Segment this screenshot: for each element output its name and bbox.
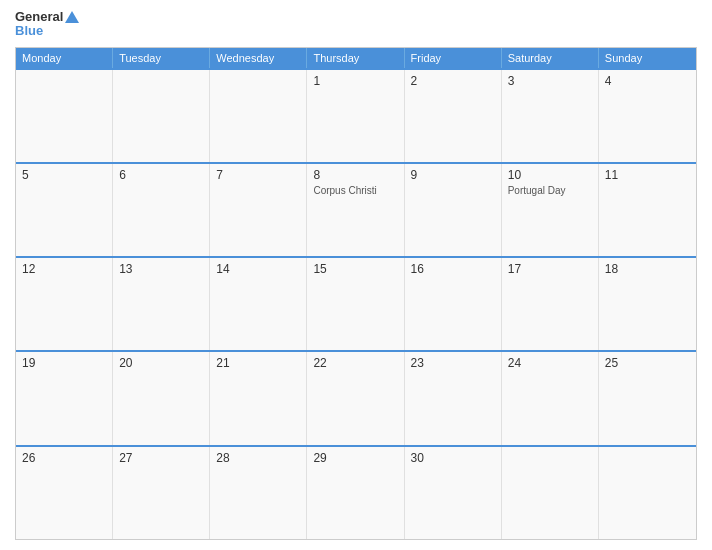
logo-triangle-icon [65, 11, 79, 23]
day-header: Tuesday [113, 48, 210, 68]
day-number: 30 [411, 451, 495, 465]
day-number: 12 [22, 262, 106, 276]
day-cell: 30 [405, 447, 502, 539]
calendar: MondayTuesdayWednesdayThursdayFridaySatu… [15, 47, 697, 540]
logo: General Blue [15, 10, 79, 39]
week-row: 2627282930 [16, 445, 696, 539]
day-cell [210, 70, 307, 162]
day-number: 27 [119, 451, 203, 465]
day-number: 26 [22, 451, 106, 465]
day-cell: 20 [113, 352, 210, 444]
day-number: 28 [216, 451, 300, 465]
day-number: 29 [313, 451, 397, 465]
day-number: 18 [605, 262, 690, 276]
day-number: 15 [313, 262, 397, 276]
day-cell: 16 [405, 258, 502, 350]
day-cell [16, 70, 113, 162]
day-number: 13 [119, 262, 203, 276]
event-label: Portugal Day [508, 184, 592, 197]
weeks-container: 12345678Corpus Christi910Portugal Day111… [16, 68, 696, 539]
day-cell: 25 [599, 352, 696, 444]
day-number: 2 [411, 74, 495, 88]
day-cell: 9 [405, 164, 502, 256]
day-number: 21 [216, 356, 300, 370]
day-number: 8 [313, 168, 397, 182]
day-cell: 13 [113, 258, 210, 350]
day-cell: 23 [405, 352, 502, 444]
logo-general: General [15, 10, 63, 24]
day-number: 20 [119, 356, 203, 370]
day-header: Sunday [599, 48, 696, 68]
day-number: 5 [22, 168, 106, 182]
day-headers-row: MondayTuesdayWednesdayThursdayFridaySatu… [16, 48, 696, 68]
day-cell: 29 [307, 447, 404, 539]
page: General Blue MondayTuesdayWednesdayThurs… [0, 0, 712, 550]
day-cell: 14 [210, 258, 307, 350]
week-row: 5678Corpus Christi910Portugal Day11 [16, 162, 696, 256]
day-cell: 18 [599, 258, 696, 350]
day-cell: 26 [16, 447, 113, 539]
week-row: 19202122232425 [16, 350, 696, 444]
day-cell: 4 [599, 70, 696, 162]
week-row: 12131415161718 [16, 256, 696, 350]
day-number: 6 [119, 168, 203, 182]
day-number: 16 [411, 262, 495, 276]
week-row: 1234 [16, 68, 696, 162]
day-header: Wednesday [210, 48, 307, 68]
day-cell: 17 [502, 258, 599, 350]
day-cell: 15 [307, 258, 404, 350]
day-cell: 11 [599, 164, 696, 256]
day-cell: 6 [113, 164, 210, 256]
day-cell [113, 70, 210, 162]
day-header: Saturday [502, 48, 599, 68]
day-cell: 7 [210, 164, 307, 256]
day-cell: 1 [307, 70, 404, 162]
day-number: 10 [508, 168, 592, 182]
day-cell [502, 447, 599, 539]
day-number: 19 [22, 356, 106, 370]
day-cell: 3 [502, 70, 599, 162]
day-header: Monday [16, 48, 113, 68]
day-cell: 19 [16, 352, 113, 444]
day-number: 1 [313, 74, 397, 88]
day-cell: 8Corpus Christi [307, 164, 404, 256]
day-number: 7 [216, 168, 300, 182]
day-cell: 5 [16, 164, 113, 256]
day-number: 9 [411, 168, 495, 182]
day-cell: 27 [113, 447, 210, 539]
day-header: Thursday [307, 48, 404, 68]
day-header: Friday [405, 48, 502, 68]
day-cell: 28 [210, 447, 307, 539]
logo-blue: Blue [15, 24, 79, 38]
day-cell: 2 [405, 70, 502, 162]
day-number: 4 [605, 74, 690, 88]
day-number: 25 [605, 356, 690, 370]
day-cell: 12 [16, 258, 113, 350]
day-number: 3 [508, 74, 592, 88]
day-number: 17 [508, 262, 592, 276]
event-label: Corpus Christi [313, 184, 397, 197]
day-cell [599, 447, 696, 539]
day-number: 14 [216, 262, 300, 276]
day-cell: 21 [210, 352, 307, 444]
day-number: 22 [313, 356, 397, 370]
day-cell: 10Portugal Day [502, 164, 599, 256]
day-number: 23 [411, 356, 495, 370]
day-number: 11 [605, 168, 690, 182]
day-cell: 22 [307, 352, 404, 444]
day-number: 24 [508, 356, 592, 370]
day-cell: 24 [502, 352, 599, 444]
header: General Blue [15, 10, 697, 39]
